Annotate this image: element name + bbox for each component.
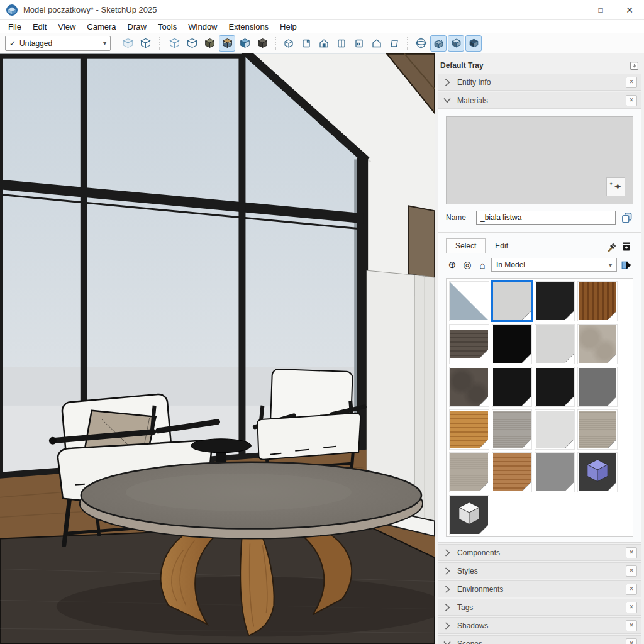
- close-button[interactable]: ✕: [615, 0, 644, 19]
- paint-bucket-icon[interactable]: [619, 240, 633, 253]
- viewport-canvas[interactable]: [0, 53, 435, 644]
- menu-help[interactable]: Help: [274, 22, 303, 31]
- material-swatch-black-3[interactable]: [535, 367, 575, 407]
- panel-environments[interactable]: Environments×: [438, 580, 641, 597]
- dark-style-button[interactable]: [254, 35, 270, 52]
- in-use-corner-fold: [565, 354, 574, 363]
- panel-scenes[interactable]: Scenes×: [438, 635, 641, 644]
- duplicate-material-icon[interactable]: [621, 211, 633, 224]
- menu-window[interactable]: Window: [182, 22, 223, 31]
- divider: [438, 232, 641, 233]
- maximize-button[interactable]: □: [586, 0, 615, 19]
- tag-filter-value: Untagged: [19, 39, 103, 48]
- section-plane-button[interactable]: [413, 35, 429, 52]
- xray-style-button[interactable]: [119, 35, 136, 52]
- material-swatch-black[interactable]: [492, 324, 532, 364]
- hidden-line-style-button[interactable]: [184, 35, 200, 52]
- material-swatch-light-gray[interactable]: [535, 324, 575, 364]
- tab-edit[interactable]: Edit: [486, 238, 518, 253]
- minimize-button[interactable]: –: [557, 0, 586, 19]
- display-section-fill-button[interactable]: [465, 35, 482, 52]
- in-use-corner-fold: [522, 440, 531, 448]
- material-swatch-translucent-purple-glass[interactable]: [577, 452, 618, 492]
- menu-camera[interactable]: Camera: [81, 22, 121, 31]
- material-swatch-default-material[interactable]: [449, 281, 489, 321]
- wireframe-style-button[interactable]: [166, 35, 182, 52]
- tray-header: Default Tray: [435, 58, 644, 72]
- menu-view[interactable]: View: [52, 22, 81, 31]
- shaded-style-button[interactable]: [201, 35, 218, 52]
- close-panel-button[interactable]: ×: [626, 602, 637, 613]
- close-panel-button[interactable]: ×: [626, 77, 637, 88]
- material-swatch-oak-wood[interactable]: [449, 409, 489, 450]
- material-name-input[interactable]: [476, 211, 616, 225]
- view-back-button[interactable]: [351, 35, 367, 52]
- material-swatch-dark-gray-wood[interactable]: [449, 324, 489, 364]
- panel-styles[interactable]: Styles×: [438, 562, 641, 579]
- view-left-button[interactable]: [369, 35, 385, 52]
- in-use-corner-fold: [565, 397, 574, 406]
- in-use-corner-fold: [522, 311, 531, 320]
- menu-draw[interactable]: Draw: [122, 22, 152, 31]
- view-top-button[interactable]: [298, 35, 314, 52]
- name-label: Name: [446, 213, 471, 222]
- menu-extensions[interactable]: Extensions: [223, 22, 275, 31]
- secondary-pane-arrow-icon[interactable]: [619, 258, 633, 272]
- panel-tags[interactable]: Tags×: [438, 599, 641, 616]
- material-swatch-beige-stone[interactable]: [577, 324, 618, 364]
- in-use-corner-fold: [479, 440, 488, 448]
- display-section-planes-button[interactable]: [430, 35, 447, 52]
- material-swatch-greige-plaster[interactable]: [449, 452, 489, 492]
- panel-label: Components: [457, 548, 626, 557]
- material-swatch-biala-listwa-light-gray[interactable]: [492, 281, 532, 321]
- in-model-home-icon[interactable]: ⌂: [476, 258, 489, 272]
- create-material-icon[interactable]: ⊕: [446, 258, 458, 272]
- back-edges-style-button[interactable]: [137, 35, 153, 52]
- material-swatch-near-black[interactable]: [535, 281, 575, 321]
- material-swatch-gray[interactable]: [535, 452, 575, 492]
- sample-paint-eyedropper-icon[interactable]: [606, 240, 619, 253]
- in-use-corner-fold: [522, 482, 531, 491]
- material-swatch-gray-linen[interactable]: [492, 409, 532, 450]
- tag-filter-dropdown[interactable]: ✓ Untagged ▾: [5, 36, 111, 51]
- close-panel-button[interactable]: ×: [626, 638, 637, 644]
- panel-shadows[interactable]: Shadows×: [438, 617, 641, 634]
- close-panel-button[interactable]: ×: [626, 620, 637, 631]
- menu-file[interactable]: File: [3, 22, 27, 31]
- auto-hide-pin-icon[interactable]: [630, 61, 639, 70]
- view-iso-button[interactable]: [280, 35, 297, 52]
- shaded-with-textures-style-button[interactable]: [219, 35, 235, 52]
- close-panel-button[interactable]: ×: [626, 565, 637, 577]
- material-swatch-dark-concrete[interactable]: [449, 367, 489, 407]
- tab-select[interactable]: Select: [446, 238, 486, 253]
- panel-entity-info[interactable]: Entity Info ×: [438, 74, 641, 91]
- panel-components[interactable]: Components×: [438, 544, 641, 561]
- collection-dropdown[interactable]: In Model ▾: [491, 258, 617, 272]
- panel-materials[interactable]: Materials ×: [438, 92, 641, 109]
- close-panel-button[interactable]: ×: [626, 547, 637, 558]
- views-group: [280, 35, 402, 52]
- material-swatch-light-wood[interactable]: [492, 452, 532, 492]
- material-swatch-mid-gray[interactable]: [577, 367, 618, 407]
- material-swatch-off-white[interactable]: [535, 409, 575, 450]
- chevron-right-icon: [442, 566, 452, 576]
- view-right-button[interactable]: [333, 35, 350, 52]
- default-tray: Default Tray Entity Info × Materials ×: [435, 53, 644, 644]
- menu-edit[interactable]: Edit: [27, 22, 52, 31]
- close-panel-button[interactable]: ×: [626, 95, 637, 106]
- generate-texture-button[interactable]: ✦✦: [606, 177, 625, 196]
- panel-label: Materials: [457, 96, 626, 105]
- material-swatch-taupe-linen[interactable]: [577, 409, 618, 450]
- material-swatch-white-material[interactable]: [449, 495, 489, 535]
- monochrome-style-button[interactable]: [236, 35, 253, 52]
- menu-tools[interactable]: Tools: [152, 22, 182, 31]
- view-front-button[interactable]: [316, 35, 332, 52]
- material-swatch-walnut-wood-vertical[interactable]: [577, 281, 618, 321]
- default-material-icon[interactable]: ◎: [461, 258, 474, 272]
- view-plan-button[interactable]: [386, 35, 402, 52]
- close-panel-button[interactable]: ×: [626, 584, 637, 595]
- panel-label: Shadows: [457, 621, 626, 630]
- display-section-cuts-button[interactable]: [448, 35, 464, 52]
- in-use-corner-fold: [479, 482, 488, 491]
- material-swatch-black-2[interactable]: [492, 367, 532, 407]
